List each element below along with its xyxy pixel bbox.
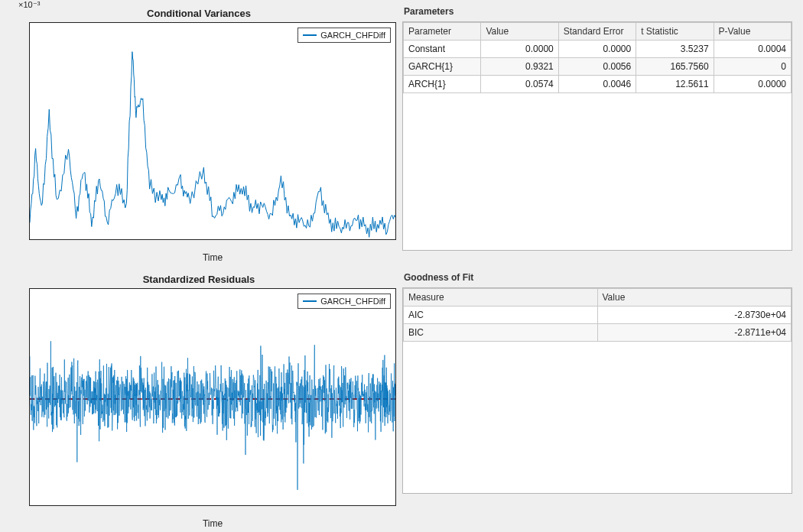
table-row[interactable]: BIC-2.8711e+04 bbox=[404, 324, 792, 342]
col-header[interactable]: Standard Error bbox=[558, 23, 636, 41]
parameters-header: Parameters bbox=[404, 6, 792, 17]
gof-panel: Goodness of Fit MeasureValueAIC-2.8730e+… bbox=[398, 266, 803, 532]
col-header[interactable]: Value bbox=[481, 23, 558, 41]
line-series-top bbox=[30, 23, 396, 240]
conditional-variances-panel: ×10⁻³ Conditional Variances GARCH_CHFDif… bbox=[0, 0, 398, 266]
parameters-panel: Parameters ParameterValueStandard Errort… bbox=[398, 0, 803, 266]
table-row[interactable]: Constant0.00000.00003.52370.0004 bbox=[404, 41, 792, 58]
cell: GARCH{1} bbox=[404, 58, 481, 76]
cell: BIC bbox=[404, 324, 598, 342]
gof-header: Goodness of Fit bbox=[404, 272, 792, 283]
cell: -2.8711e+04 bbox=[597, 324, 792, 342]
x-label-bottom: Time bbox=[29, 518, 396, 529]
cell: 3.5237 bbox=[636, 41, 714, 58]
table-row[interactable]: ARCH{1}0.05740.004612.56110.0000 bbox=[404, 76, 792, 93]
residuals-plot: GARCH_CHFDiff -6-4-20246 198019821984198… bbox=[29, 288, 396, 506]
cell: 12.5611 bbox=[636, 76, 714, 93]
cell: 0.0046 bbox=[558, 76, 636, 93]
cell: -2.8730e+04 bbox=[597, 307, 792, 324]
table-row[interactable]: GARCH{1}0.93210.0056165.75600 bbox=[404, 58, 792, 76]
x-label-top: Time bbox=[29, 252, 396, 263]
conditional-variances-plot: GARCH_CHFDiff 00.20.40.60.811.2 19801982… bbox=[29, 22, 396, 240]
chart-title-top: Conditional Variances bbox=[9, 8, 388, 19]
cell: 0.0574 bbox=[481, 76, 558, 93]
y-exponent-label: ×10⁻³ bbox=[18, 0, 40, 10]
cell: Constant bbox=[404, 41, 481, 58]
cell: 0.0000 bbox=[481, 41, 558, 58]
line-series-bottom bbox=[30, 289, 396, 506]
col-header[interactable]: Parameter bbox=[404, 23, 481, 41]
col-header[interactable]: Measure bbox=[404, 289, 598, 307]
parameters-table-wrap[interactable]: ParameterValueStandard Errort StatisticP… bbox=[402, 21, 792, 251]
cell: 0.9321 bbox=[481, 58, 558, 76]
gof-table: MeasureValueAIC-2.8730e+04BIC-2.8711e+04 bbox=[403, 288, 792, 342]
cell: 0.0056 bbox=[558, 58, 636, 76]
residuals-panel: Standardized Residuals GARCH_CHFDiff -6-… bbox=[0, 266, 398, 532]
col-header[interactable]: Value bbox=[597, 289, 792, 307]
cell: 165.7560 bbox=[636, 58, 714, 76]
cell: 0.0000 bbox=[558, 41, 636, 58]
cell: 0.0000 bbox=[714, 76, 791, 93]
col-header[interactable]: t Statistic bbox=[636, 23, 714, 41]
cell: 0.0004 bbox=[714, 41, 791, 58]
parameters-table: ParameterValueStandard Errort StatisticP… bbox=[403, 22, 792, 93]
cell: ARCH{1} bbox=[404, 76, 481, 93]
cell: 0 bbox=[714, 58, 791, 76]
chart-title-bottom: Standardized Residuals bbox=[9, 274, 388, 285]
cell: AIC bbox=[404, 307, 598, 324]
table-row[interactable]: AIC-2.8730e+04 bbox=[404, 307, 792, 324]
gof-table-wrap[interactable]: MeasureValueAIC-2.8730e+04BIC-2.8711e+04 bbox=[402, 287, 792, 494]
col-header[interactable]: P-Value bbox=[714, 23, 791, 41]
